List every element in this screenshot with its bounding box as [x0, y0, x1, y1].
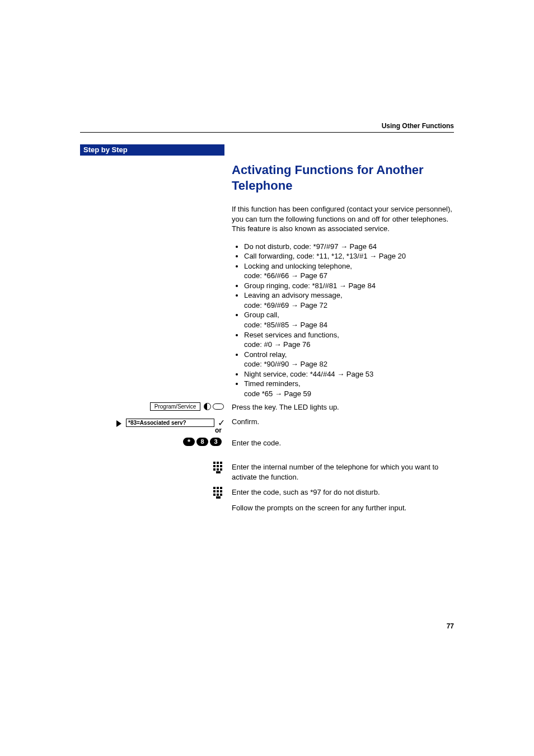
keypad-icon: [213, 487, 223, 497]
associated-service-display: *83=Associated serv?: [126, 419, 214, 427]
intro-paragraph: If this function has been configured (co…: [232, 204, 454, 234]
list-item: Call forwarding, code: *11, *12, *13/#1 …: [244, 251, 454, 261]
section-title: Activating Functions for Another Telepho…: [232, 162, 454, 193]
list-item: Locking and unlocking telephone,code: *6…: [244, 261, 454, 281]
or-label: or: [215, 426, 222, 434]
sidebar-step-by-step: Step by Step: [80, 144, 224, 156]
menu-arrow-icon: [116, 420, 121, 427]
key-8: 8: [196, 438, 208, 446]
program-service-key-icons: [204, 403, 224, 410]
list-item: Control relay,code: *90/#90 → Page 82: [244, 350, 454, 369]
step-press-key: Press the key. The LED lights up.: [232, 403, 454, 411]
page-number: 77: [447, 622, 454, 630]
code-keys: * 8 3: [183, 438, 222, 446]
keypad-icon: [213, 462, 223, 472]
running-header: Using Other Functions: [382, 122, 454, 130]
list-item: Group ringing, code: *81/#81 → Page 84: [244, 281, 454, 291]
key-icon: [213, 403, 224, 410]
list-item: Group call,code: *85/#85 → Page 84: [244, 310, 454, 330]
step-follow-prompts: Follow the prompts on the screen for any…: [232, 504, 454, 512]
list-item: Do not disturb, code: *97/#97 → Page 64: [244, 242, 454, 252]
list-item: Leaving an advisory message,code: *69/#6…: [244, 290, 454, 310]
main-content: Activating Functions for Another Telepho…: [232, 162, 454, 406]
step-enter-internal-number: Enter the internal number of the telepho…: [232, 462, 454, 482]
key-3: 3: [210, 438, 222, 446]
feature-list: Do not disturb, code: *97/#97 → Page 64 …: [232, 242, 454, 399]
list-item: Reset services and functions,code: #0 → …: [244, 330, 454, 350]
list-item: Timed reminders,code *65 → Page 59: [244, 379, 454, 398]
key-star: *: [183, 438, 195, 446]
associated-service-row: *83=Associated serv? ✓: [116, 417, 225, 428]
program-service-key-label: Program/Service: [150, 402, 200, 411]
page: Using Other Functions Step by Step Activ…: [0, 0, 534, 756]
led-icon: [204, 403, 211, 410]
list-item: Night service, code: *44/#44 → Page 53: [244, 369, 454, 379]
header-rule: [80, 132, 454, 133]
step-enter-feature-code: Enter the code, such as *97 for do not d…: [232, 488, 454, 496]
step-confirm: Confirm.: [232, 417, 454, 426]
step-enter-code: Enter the code.: [232, 439, 454, 447]
